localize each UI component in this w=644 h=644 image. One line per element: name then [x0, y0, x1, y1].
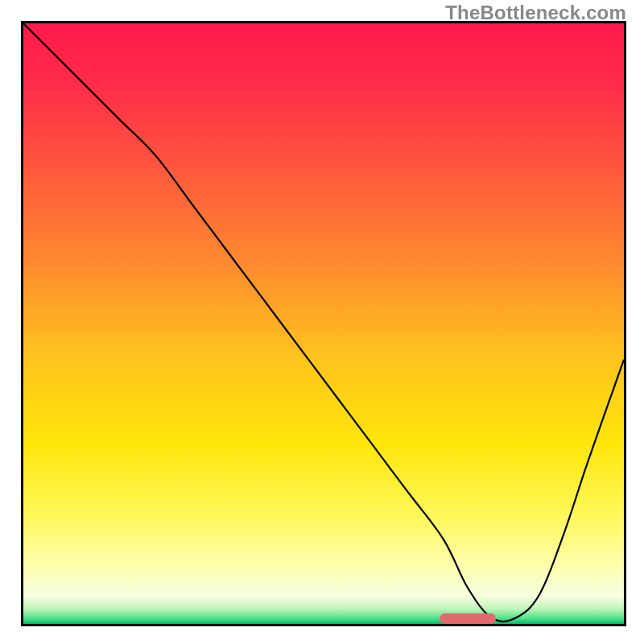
chart-container: TheBottleneck.com [0, 0, 644, 644]
optimal-range-marker [440, 613, 497, 624]
plot-area [23, 23, 624, 624]
chart-svg [23, 23, 624, 624]
plot-frame [21, 21, 626, 626]
